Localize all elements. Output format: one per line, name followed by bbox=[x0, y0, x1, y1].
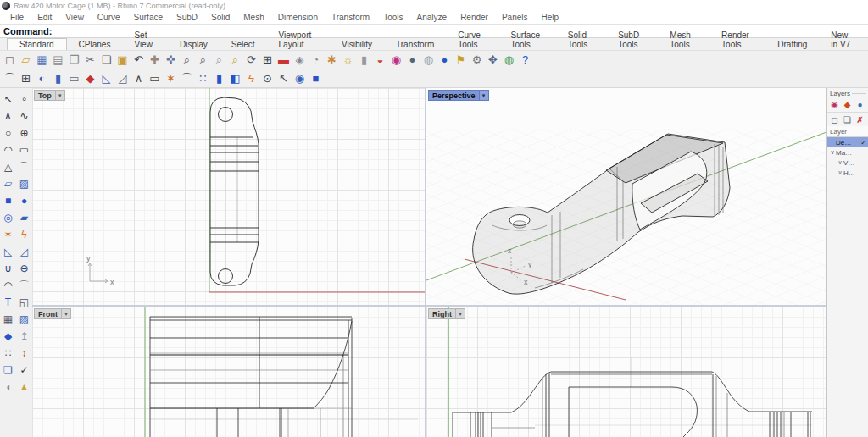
viewport-perspective-label[interactable]: Perspective ▾ bbox=[428, 90, 489, 101]
extrude-icon[interactable]: ϟ bbox=[16, 226, 32, 243]
drag-icon[interactable]: ✶ bbox=[163, 70, 179, 86]
pointer-icon[interactable]: ↖ bbox=[275, 70, 292, 86]
viewport-layout-icon[interactable]: ⊞ bbox=[259, 52, 275, 68]
new-file-icon[interactable]: ◻ bbox=[2, 52, 18, 68]
tab-surface-tools[interactable]: Surface Tools bbox=[498, 30, 555, 50]
array-grid-icon[interactable]: ∷ bbox=[0, 345, 16, 362]
tab-cplanes[interactable]: CPlanes bbox=[67, 39, 123, 50]
polyline-icon[interactable]: ∧ bbox=[0, 108, 16, 124]
check-icon[interactable]: ✓ bbox=[16, 362, 32, 379]
fillet-surface-icon[interactable]: ◺ bbox=[98, 70, 114, 86]
light-icon[interactable]: ☼ bbox=[340, 52, 356, 68]
menu-transform[interactable]: Transform bbox=[325, 13, 376, 22]
zoom-window-icon[interactable]: ⌕ bbox=[195, 52, 211, 68]
pyramid-icon[interactable]: ▲ bbox=[16, 379, 32, 396]
menu-view[interactable]: View bbox=[58, 13, 91, 22]
solid-union-icon[interactable]: ◆ bbox=[0, 328, 16, 345]
help-icon[interactable]: ? bbox=[517, 52, 533, 68]
tab-subd-tools[interactable]: SubD Tools bbox=[606, 30, 658, 50]
open-file-icon[interactable]: ▱ bbox=[18, 52, 34, 68]
boolean-difference-icon[interactable]: ⊖ bbox=[16, 260, 32, 277]
chevron-down-icon[interactable]: ∨ bbox=[837, 159, 843, 166]
curve-corner-icon[interactable]: ⌒ bbox=[16, 158, 32, 175]
tab-solid-tools[interactable]: Solid Tools bbox=[556, 30, 606, 50]
polygon-icon[interactable]: △ bbox=[0, 158, 16, 175]
texture-sphere-icon[interactable]: ◍ bbox=[420, 52, 437, 68]
pan-icon[interactable]: ✚ bbox=[147, 52, 163, 68]
viewport-front-label[interactable]: Front ▾ bbox=[34, 308, 71, 319]
spheres-icon[interactable]: ◉ bbox=[292, 70, 308, 86]
tab-viewport-layout[interactable]: Viewport Layout bbox=[267, 30, 331, 50]
object-properties-icon[interactable]: ✥ bbox=[485, 52, 501, 68]
menu-help[interactable]: Help bbox=[535, 13, 566, 22]
group-icon[interactable]: ❏ bbox=[0, 362, 16, 379]
scale-icon[interactable]: ◱ bbox=[16, 294, 32, 311]
viewport-perspective[interactable]: Perspective ▾ bbox=[426, 88, 826, 305]
zoom-icon[interactable]: ⌕ bbox=[179, 52, 195, 68]
layer-row[interactable]: ∨ Ma… bbox=[827, 147, 868, 158]
surface-corner-icon[interactable]: ◆ bbox=[82, 70, 98, 86]
zoom-dynamic-icon[interactable]: ⌕ bbox=[211, 52, 227, 68]
viewport-right-label[interactable]: Right ▾ bbox=[428, 308, 465, 319]
menu-solid[interactable]: Solid bbox=[204, 13, 236, 22]
grid-snap-icon[interactable]: ⊞ bbox=[18, 70, 34, 86]
material-icon[interactable]: ● bbox=[854, 98, 866, 111]
tab-standard[interactable]: Standard bbox=[7, 38, 67, 50]
render-icon[interactable]: ▬ bbox=[275, 52, 292, 68]
tab-mesh-tools[interactable]: Mesh Tools bbox=[658, 30, 709, 50]
tab-new-in-v7[interactable]: New in V7 bbox=[819, 30, 868, 50]
text-icon[interactable]: T bbox=[0, 294, 16, 311]
viewport-top[interactable]: Top ▾ bbox=[32, 88, 425, 305]
paste-icon[interactable]: ▣ bbox=[114, 52, 131, 68]
menu-curve[interactable]: Curve bbox=[91, 13, 127, 22]
tab-select[interactable]: Select bbox=[220, 39, 267, 50]
tab-set-view[interactable]: Set View bbox=[122, 30, 168, 50]
gear-icon[interactable]: ⚙ bbox=[469, 52, 485, 68]
export-icon[interactable]: ❐ bbox=[66, 52, 82, 68]
solid-box-icon[interactable]: ■ bbox=[0, 192, 16, 209]
trim-icon[interactable]: ◿ bbox=[114, 70, 131, 86]
delete-layer-icon[interactable]: ✗ bbox=[854, 113, 866, 126]
tab-drafting[interactable]: Drafting bbox=[765, 39, 819, 50]
zoom-selected-icon[interactable]: ⌕ bbox=[227, 52, 243, 68]
circle-icon[interactable]: ○ bbox=[0, 124, 16, 141]
menu-panels[interactable]: Panels bbox=[495, 13, 535, 22]
hatch-icon[interactable]: ▨ bbox=[16, 311, 32, 328]
render-sphere-icon[interactable]: ● bbox=[404, 52, 420, 68]
paint-settings-icon[interactable]: ⚑ bbox=[453, 52, 469, 68]
surface-sphere-icon[interactable]: ◐ bbox=[34, 70, 50, 86]
tab-display[interactable]: Display bbox=[168, 39, 220, 50]
menu-edit[interactable]: Edit bbox=[31, 13, 58, 22]
extrude-lines-icon[interactable]: ↥ bbox=[16, 328, 32, 345]
arc-icon[interactable]: ⌒ bbox=[179, 70, 195, 86]
rotate-view-icon[interactable]: ⟳ bbox=[243, 52, 259, 68]
solid-cylinder-icon[interactable]: ▮ bbox=[211, 70, 227, 86]
plane-icon[interactable]: ▭ bbox=[66, 70, 82, 86]
rectangle-icon[interactable]: ▭ bbox=[16, 141, 32, 158]
patch-icon[interactable]: ▰ bbox=[16, 209, 32, 226]
tab-transform[interactable]: Transform bbox=[384, 39, 446, 50]
chamfer-edge-icon[interactable]: ◿ bbox=[16, 243, 32, 260]
layer-row[interactable]: ∨ H… bbox=[827, 168, 868, 178]
viewport-dropdown-icon[interactable]: ▾ bbox=[56, 90, 65, 101]
render-settings-icon[interactable]: ◈ bbox=[292, 52, 308, 68]
viewport-dropdown-icon[interactable]: ▾ bbox=[62, 308, 71, 319]
menu-surface[interactable]: Surface bbox=[127, 13, 170, 22]
solid-plane-icon[interactable]: ◧ bbox=[227, 70, 243, 86]
menu-subd[interactable]: SubD bbox=[170, 13, 204, 22]
tab-curve-tools[interactable]: Curve Tools bbox=[446, 30, 498, 50]
display-mode-icon[interactable]: ◔ bbox=[308, 52, 324, 68]
cplane-curve-icon[interactable]: ⌒ bbox=[2, 70, 18, 86]
curve-blend-icon[interactable]: ⌒ bbox=[16, 277, 32, 294]
array-icon[interactable]: ▦ bbox=[0, 311, 16, 328]
menu-file[interactable]: File bbox=[3, 13, 31, 22]
fillet-edge-icon[interactable]: ◺ bbox=[0, 243, 16, 260]
menu-analyze[interactable]: Analyze bbox=[410, 13, 454, 22]
copy-layer-icon[interactable]: ❏ bbox=[841, 113, 854, 126]
color-wheel-icon[interactable]: ◉ bbox=[388, 52, 404, 68]
circle-center-icon[interactable]: ⊙ bbox=[259, 70, 275, 86]
layer-row[interactable]: De… ✓ bbox=[827, 137, 868, 147]
surface-plane-icon[interactable]: ▱ bbox=[0, 175, 16, 192]
viewport-top-label[interactable]: Top ▾ bbox=[34, 90, 65, 101]
undo-icon[interactable]: ↶ bbox=[131, 52, 147, 68]
